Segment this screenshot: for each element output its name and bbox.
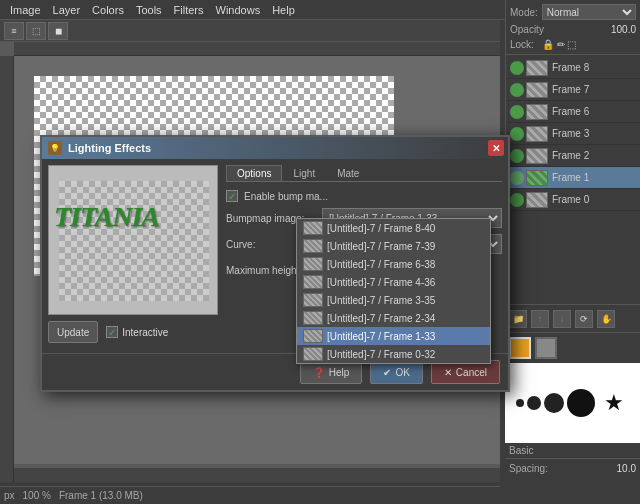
dd-thumb-3 (303, 275, 323, 289)
menu-tools[interactable]: Tools (130, 2, 168, 18)
toolbar-btn-2[interactable]: ⬚ (26, 22, 46, 40)
tab-mate[interactable]: Mate (326, 165, 370, 181)
status-frame: Frame 1 (13.0 MB) (59, 490, 143, 501)
spacing-row: Spacing: 10.0 (505, 459, 640, 478)
brush-hand-btn[interactable]: ✋ (597, 310, 615, 328)
frame-thumb-1 (526, 170, 548, 186)
interactive-checkbox[interactable]: ✓ (106, 326, 118, 338)
brush-dot-md (527, 396, 541, 410)
tab-options[interactable]: Options (226, 165, 282, 181)
frame-thumb-2 (526, 148, 548, 164)
frame-name-6: Frame 6 (552, 106, 589, 117)
frame-name-8: Frame 8 (552, 62, 589, 73)
preview-canvas: TITANIA (48, 165, 218, 315)
dialog-icon: 💡 (48, 141, 62, 155)
update-button[interactable]: Update (48, 321, 98, 343)
preview-text: TITANIA (54, 201, 159, 233)
dropdown-item-7[interactable]: [Untitled]-7 / Frame 0-32 (297, 345, 490, 363)
toolbar-btn-3[interactable]: ◼ (48, 22, 68, 40)
menu-colors[interactable]: Colors (86, 2, 130, 18)
ruler-horizontal (14, 42, 500, 56)
frame-name-1: Frame 1 (552, 172, 589, 183)
eye-icon-6[interactable] (510, 105, 524, 119)
frame-item-8[interactable]: Frame 8 (506, 57, 640, 79)
opacity-value: 100.0 (611, 24, 636, 35)
mode-select[interactable]: Normal (542, 4, 636, 20)
dropdown-label-1: [Untitled]-7 / Frame 7-39 (327, 241, 435, 252)
lock-label: Lock: (510, 39, 534, 50)
dropdown-item-3[interactable]: [Untitled]-7 / Frame 4-36 (297, 273, 490, 291)
frame-item-6[interactable]: Frame 6 (506, 101, 640, 123)
dropdown-item-6[interactable]: [Untitled]-7 / Frame 1-33 (297, 327, 490, 345)
eye-icon-3[interactable] (510, 127, 524, 141)
frame-item-3[interactable]: Frame 3 (506, 123, 640, 145)
enable-bump-checkbox[interactable]: ✓ (226, 190, 238, 202)
brush-new-btn[interactable]: 📁 (509, 310, 527, 328)
bumpmap-dropdown: [Untitled]-7 / Frame 8-40 [Untitled]-7 /… (296, 218, 491, 364)
dropdown-label-0: [Untitled]-7 / Frame 8-40 (327, 223, 435, 234)
help-label: Help (329, 367, 350, 378)
dialog-preview-panel: TITANIA Update ✓ Interactive (48, 165, 218, 343)
frame-item-0[interactable]: Frame 0 (506, 189, 640, 211)
dropdown-item-2[interactable]: [Untitled]-7 / Frame 6-38 (297, 255, 490, 273)
spacing-label: Spacing: (509, 463, 548, 474)
status-zoom: 100 % (23, 490, 51, 501)
eye-icon-2[interactable] (510, 149, 524, 163)
eye-icon-1[interactable] (510, 171, 524, 185)
ok-label: OK (395, 367, 409, 378)
frame-item-7[interactable]: Frame 7 (506, 79, 640, 101)
interactive-checkbox-row: ✓ Interactive (106, 326, 168, 338)
ruler-vertical (0, 56, 14, 482)
dropdown-label-5: [Untitled]-7 / Frame 2-34 (327, 313, 435, 324)
brush-star: ★ (598, 389, 630, 417)
dropdown-item-1[interactable]: [Untitled]-7 / Frame 7-39 (297, 237, 490, 255)
dd-thumb-4 (303, 293, 323, 307)
eye-icon-8[interactable] (510, 61, 524, 75)
eye-icon-0[interactable] (510, 193, 524, 207)
frame-thumb-3 (526, 126, 548, 142)
frame-item-1[interactable]: Frame 1 (506, 167, 640, 189)
menu-layer[interactable]: Layer (47, 2, 87, 18)
status-units: px (4, 490, 15, 501)
frame-item-2[interactable]: Frame 2 (506, 145, 640, 167)
frame-name-3: Frame 3 (552, 128, 589, 139)
spacing-value: 10.0 (617, 463, 636, 474)
brush-dot-lg (544, 393, 564, 413)
frame-name-2: Frame 2 (552, 150, 589, 161)
dropdown-item-4[interactable]: [Untitled]-7 / Frame 3-35 (297, 291, 490, 309)
frame-name-7: Frame 7 (552, 84, 589, 95)
brush-dot-sm (516, 399, 524, 407)
background-color-swatch[interactable] (535, 337, 557, 359)
dropdown-item-5[interactable]: [Untitled]-7 / Frame 2-34 (297, 309, 490, 327)
menu-filters[interactable]: Filters (168, 2, 210, 18)
preview-checkerboard (59, 181, 209, 301)
dd-thumb-7 (303, 347, 323, 361)
brush-dot-xl (567, 389, 595, 417)
dialog-tabs: Options Light Mate (226, 165, 502, 182)
help-icon: ❓ (313, 367, 325, 378)
dd-thumb-6 (303, 329, 323, 343)
scrollbar-horizontal[interactable] (14, 468, 500, 482)
ok-icon: ✔ (383, 367, 391, 378)
frame-thumb-8 (526, 60, 548, 76)
interactive-label: Interactive (122, 327, 168, 338)
tab-light[interactable]: Light (282, 165, 326, 181)
foreground-color-swatch[interactable] (509, 337, 531, 359)
brush-toolbar: 📁 ↑ ↓ ⟳ ✋ (505, 305, 640, 333)
mode-label: Mode: (510, 7, 538, 18)
dialog-close-button[interactable]: ✕ (488, 140, 504, 156)
cancel-label: Cancel (456, 367, 487, 378)
dropdown-item-0[interactable]: [Untitled]-7 / Frame 8-40 (297, 219, 490, 237)
menu-help[interactable]: Help (266, 2, 301, 18)
frame-thumb-7 (526, 82, 548, 98)
frame-thumb-6 (526, 104, 548, 120)
brush-refresh-btn[interactable]: ⟳ (575, 310, 593, 328)
brush-up-btn[interactable]: ↑ (531, 310, 549, 328)
frame-name-0: Frame 0 (552, 194, 589, 205)
menu-windows[interactable]: Windows (210, 2, 267, 18)
eye-icon-7[interactable] (510, 83, 524, 97)
brush-down-btn[interactable]: ↓ (553, 310, 571, 328)
menu-image[interactable]: Image (4, 2, 47, 18)
enable-bump-label: Enable bump ma... (244, 191, 334, 202)
toolbar-btn-1[interactable]: ≡ (4, 22, 24, 40)
